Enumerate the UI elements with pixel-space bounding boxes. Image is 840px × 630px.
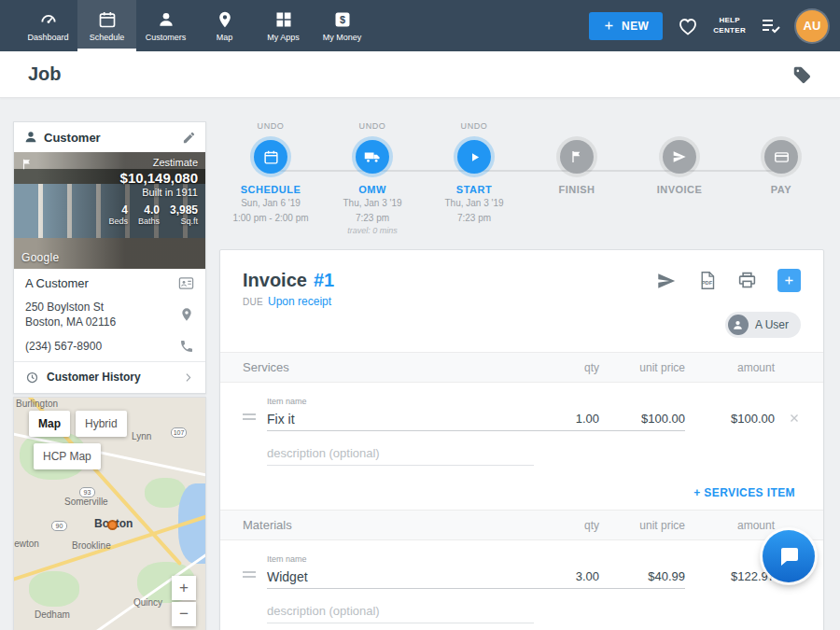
- service-description-input[interactable]: [267, 443, 534, 466]
- pay-step-button[interactable]: [764, 140, 798, 174]
- nav-label-customers: Customers: [146, 33, 187, 42]
- credit-card-icon: [774, 149, 790, 165]
- property-photo[interactable]: Zestimate $10,149,080 Built in 1911 4 Be…: [14, 152, 205, 269]
- services-section-header: Services qty unit price amount: [220, 352, 823, 383]
- due-terms-link[interactable]: Upon receipt: [268, 295, 331, 308]
- help-center-button[interactable]: HELP CENTER: [713, 16, 746, 36]
- due-row: DUE Upon receipt: [243, 295, 801, 308]
- finish-step-label: FINISH: [519, 184, 635, 195]
- item-name-label: Item name: [267, 397, 534, 406]
- map-pin-icon: [216, 10, 234, 29]
- apps-grid-icon: [274, 10, 293, 29]
- nav-label-schedule: Schedule: [90, 33, 125, 42]
- start-step-label: START: [416, 184, 532, 195]
- chat-launcher-button[interactable]: [763, 530, 815, 582]
- zoom-in-button[interactable]: +: [172, 576, 196, 600]
- service-item-name-input[interactable]: [267, 410, 534, 431]
- person-icon: [732, 319, 744, 331]
- material-unit-price-input[interactable]: [599, 567, 685, 589]
- job-location-marker[interactable]: [107, 520, 118, 530]
- material-qty-input[interactable]: [534, 567, 599, 589]
- user-avatar[interactable]: AU: [796, 10, 828, 42]
- beds-value: 4: [121, 203, 128, 217]
- hcp-map-button[interactable]: HCP Map: [34, 443, 101, 469]
- pdf-icon[interactable]: [697, 271, 717, 290]
- contact-card-icon[interactable]: [178, 275, 194, 291]
- zoom-out-button[interactable]: −: [172, 602, 196, 626]
- invoice-title: Invoice: [243, 270, 307, 291]
- remove-service-item-button[interactable]: [775, 412, 801, 431]
- job-status-timeline: UNDO SCHEDULE Sun, Jan 6 '19 1:00 pm - 2…: [219, 121, 824, 245]
- timeline-step-invoice: INVOICE: [622, 121, 737, 195]
- truck-icon: [364, 148, 381, 165]
- activity-tasks-icon[interactable]: [760, 15, 782, 37]
- undo-schedule-button[interactable]: UNDO: [213, 121, 329, 133]
- heart-icon[interactable]: [677, 15, 699, 37]
- invoice-number[interactable]: #1: [314, 270, 334, 291]
- nav-item-dashboard[interactable]: Dashboard: [19, 0, 77, 51]
- address-line2: Boston, MA 02116: [25, 315, 172, 329]
- service-unit-price-input[interactable]: [599, 410, 685, 431]
- undo-omw-button[interactable]: UNDO: [315, 121, 430, 133]
- customer-card-title: Customer: [44, 131, 176, 145]
- beds-label: Beds: [108, 217, 128, 226]
- sqft-value: 3,985: [170, 203, 198, 217]
- map-label-burlington: Burlington: [16, 399, 58, 409]
- chevron-right-icon: [182, 371, 194, 384]
- schedule-step-label: SCHEDULE: [213, 184, 329, 195]
- nav-label-map: Map: [217, 33, 233, 42]
- address-line1: 250 Boylston St: [25, 300, 172, 315]
- add-services-item-link[interactable]: + SERVICES ITEM: [693, 486, 795, 499]
- map-view-button[interactable]: Map: [29, 411, 70, 437]
- map-label-newton: Newton: [13, 539, 39, 549]
- sqft-label: Sq.ft: [180, 217, 198, 226]
- amount-column-header: amount: [685, 361, 775, 374]
- start-date: Thu, Jan 3 '19: [416, 197, 532, 210]
- omw-time: 7:23 pm: [315, 212, 430, 225]
- material-item-name-input[interactable]: [267, 567, 534, 589]
- material-description-input[interactable]: [267, 601, 534, 623]
- phone-icon[interactable]: [179, 339, 194, 354]
- nav-item-customers[interactable]: Customers: [136, 0, 195, 51]
- customers-icon: [157, 10, 175, 29]
- undo-start-button[interactable]: UNDO: [416, 121, 532, 133]
- job-tags-button[interactable]: [791, 64, 812, 85]
- print-icon[interactable]: [737, 271, 757, 290]
- hybrid-view-button[interactable]: Hybrid: [76, 411, 127, 437]
- job-header-bar: Job: [0, 51, 840, 98]
- send-invoice-icon[interactable]: [656, 271, 677, 291]
- location-pin-icon[interactable]: [179, 307, 194, 322]
- material-description-row: [243, 601, 801, 623]
- service-description-row: [243, 443, 801, 466]
- invoice-step-button[interactable]: [663, 140, 696, 174]
- map-canvas[interactable]: Burlington Lynn Somerville Boston Brookl…: [14, 398, 205, 630]
- new-button[interactable]: NEW: [589, 12, 663, 40]
- map-label-quincy: Quincy: [133, 597, 162, 608]
- property-stats: 4 Beds 4.0 Baths 3,985 Sq.ft: [108, 203, 198, 226]
- assignee-row: A User: [243, 312, 801, 338]
- flag-icon: [569, 149, 584, 164]
- nav-label-dashboard: Dashboard: [27, 33, 68, 42]
- nav-item-schedule[interactable]: Schedule: [77, 0, 136, 51]
- zestimate-overlay: Zestimate $10,149,080 Built in 1911 4 Be…: [108, 157, 198, 226]
- drag-handle-icon[interactable]: [243, 411, 267, 431]
- help-line1: HELP: [713, 16, 746, 26]
- start-step-button[interactable]: [457, 140, 491, 174]
- add-invoice-button[interactable]: [777, 269, 801, 292]
- stat-beds: 4 Beds: [108, 203, 128, 226]
- nav-item-map[interactable]: Map: [195, 0, 254, 51]
- nav-item-my-money[interactable]: My Money: [313, 0, 371, 51]
- schedule-step-button[interactable]: [254, 140, 287, 174]
- finish-step-button[interactable]: [560, 140, 594, 174]
- chat-icon: [777, 545, 800, 567]
- edit-customer-icon[interactable]: [182, 131, 196, 145]
- customer-name-row: A Customer: [14, 269, 205, 298]
- nav-item-my-apps[interactable]: My Apps: [254, 0, 313, 51]
- assignee-pill[interactable]: A User: [725, 312, 801, 338]
- omw-step-button[interactable]: [356, 140, 389, 174]
- customer-history-button[interactable]: Customer History: [14, 361, 205, 393]
- drag-handle-icon[interactable]: [243, 568, 267, 589]
- stat-baths: 4.0 Baths: [138, 203, 160, 226]
- service-qty-input[interactable]: [534, 410, 599, 431]
- schedule-icon: [98, 10, 117, 29]
